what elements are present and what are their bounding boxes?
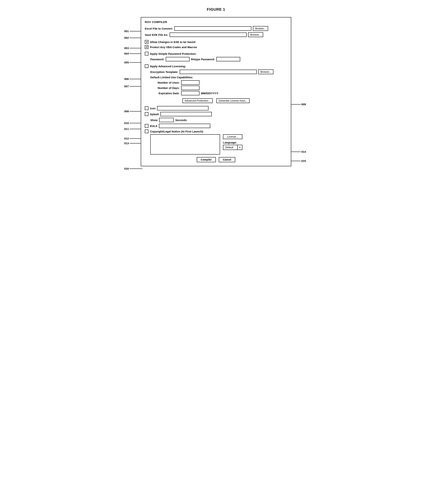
advanced-licensing-label: Apply Advanced Licensing: [150, 65, 186, 68]
language-dropdown-text[interactable]: Default [223, 145, 238, 150]
num-days-label: Number of Days: [150, 86, 180, 90]
ref-007: 007 [124, 85, 129, 88]
default-limited-section: Default Limited Use Capabilities: Number… [145, 76, 287, 95]
ref-013: 013 [124, 142, 129, 145]
num-days-input[interactable] [181, 86, 199, 90]
advanced-protection-button[interactable]: Advanced Protection... [182, 98, 213, 103]
excel-file-label: Excel File to Convert: [145, 27, 173, 30]
splash-row: Splash Show Seconds [145, 112, 287, 122]
expiration-label: Expiration Date: [150, 92, 180, 95]
ref-004: 004 [124, 52, 129, 55]
copyright-checkbox[interactable] [145, 130, 148, 133]
password-input[interactable] [166, 57, 190, 61]
browse3-button[interactable]: Browse... [258, 70, 273, 74]
ref-002: 002 [124, 36, 129, 39]
compile-button[interactable]: Compile! [197, 157, 216, 162]
simple-password-checkbox[interactable] [145, 52, 148, 55]
retype-label: Retype Password: [191, 58, 215, 61]
show-label: Show [150, 118, 158, 122]
expiration-input[interactable] [181, 91, 199, 95]
copyright-textarea[interactable] [150, 134, 220, 154]
retype-password-input[interactable] [216, 57, 240, 61]
default-limited-label: Default Limited Use Capabilities: [150, 76, 193, 79]
compile-cancel-row: Compile! Cancel [145, 157, 287, 162]
num-uses-label: Number of Uses: [150, 81, 180, 84]
copyright-label: Copyright/Legal Notice (At First Launch)… [150, 130, 204, 133]
ref-012: 012 [124, 137, 129, 140]
ref-001: 001 [124, 30, 129, 33]
ref-016: 016 [124, 167, 129, 170]
ref-003: 003 [124, 46, 129, 50]
dialog-box: ROV COMPILER Excel File to Convert: Brow… [141, 17, 291, 166]
language-label: Language: [223, 141, 242, 144]
ref-014: 014 [301, 150, 306, 153]
allow-changes-label: Allow Changes in EXE to be Saved [150, 40, 195, 44]
protect-vba-label: Protect Any VBA Codes and Macros [150, 45, 197, 49]
allow-changes-checkbox[interactable] [145, 40, 148, 44]
icon-input[interactable] [157, 106, 208, 110]
icon-checkbox[interactable] [145, 106, 148, 110]
save-exe-row: Save EXE File As: Browse... [145, 32, 287, 37]
mmddyyyy-label: MM/DD/YYYY [201, 92, 218, 95]
ref-008: 008 [124, 110, 129, 113]
eula-checkbox[interactable] [145, 124, 148, 128]
ref-005: 005 [124, 61, 129, 64]
splash-checkbox[interactable] [145, 112, 148, 116]
protection-keys-row: Advanced Protection... Generate License … [145, 98, 287, 103]
page-title: FIGURE 1 [207, 7, 225, 12]
splash-label: Splash [150, 113, 159, 116]
allow-changes-row: Allow Changes in EXE to be Saved [145, 40, 287, 44]
license-area: License... Language: Default ▼ [150, 134, 287, 154]
encryption-label: Encryption Template: [150, 70, 178, 73]
eula-label: EULA [150, 124, 157, 127]
advanced-licensing-checkbox[interactable] [145, 64, 148, 68]
excel-file-input[interactable] [174, 26, 251, 31]
language-dropdown-arrow[interactable]: ▼ [238, 145, 242, 150]
eula-row: EULA [145, 124, 287, 128]
seconds-label: Seconds [175, 118, 187, 122]
show-seconds-input[interactable] [159, 118, 174, 122]
browse2-button[interactable]: Browse... [248, 32, 263, 37]
simple-password-section: Apply Simple Password Protection: Passwo… [145, 52, 287, 61]
license-button[interactable]: License... [223, 134, 242, 139]
ref-006: 006 [124, 77, 129, 81]
encryption-input[interactable] [180, 70, 257, 74]
icon-row: Icon [145, 106, 287, 110]
ref-015: 015 [301, 159, 306, 162]
icon-label: Icon [150, 107, 156, 110]
splash-input[interactable] [160, 112, 212, 116]
protect-vba-row: Protect Any VBA Codes and Macros [145, 45, 287, 49]
eula-input[interactable] [159, 124, 210, 128]
ref-011: 011 [124, 127, 129, 130]
save-exe-label: Save EXE File As: [145, 33, 168, 36]
num-uses-input[interactable] [181, 80, 199, 85]
ref-010: 010 [124, 121, 129, 125]
advanced-licensing-section: Apply Advanced Licensing: Encryption Tem… [145, 64, 287, 74]
cancel-button[interactable]: Cancel [219, 157, 235, 162]
protect-vba-checkbox[interactable] [145, 45, 148, 49]
simple-password-label: Apply Simple Password Protection: [150, 52, 196, 55]
excel-file-row: Excel File to Convert: Browse... [145, 26, 287, 31]
browse1-button[interactable]: Browse... [253, 26, 268, 31]
generate-keys-button[interactable]: Generate License Keys... [216, 98, 250, 103]
ref-009: 009 [301, 103, 306, 106]
password-label: Password: [150, 58, 164, 61]
save-exe-input[interactable] [170, 33, 247, 37]
dialog-title: ROV COMPILER [145, 20, 287, 24]
copyright-row: Copyright/Legal Notice (At First Launch)… [145, 130, 287, 133]
